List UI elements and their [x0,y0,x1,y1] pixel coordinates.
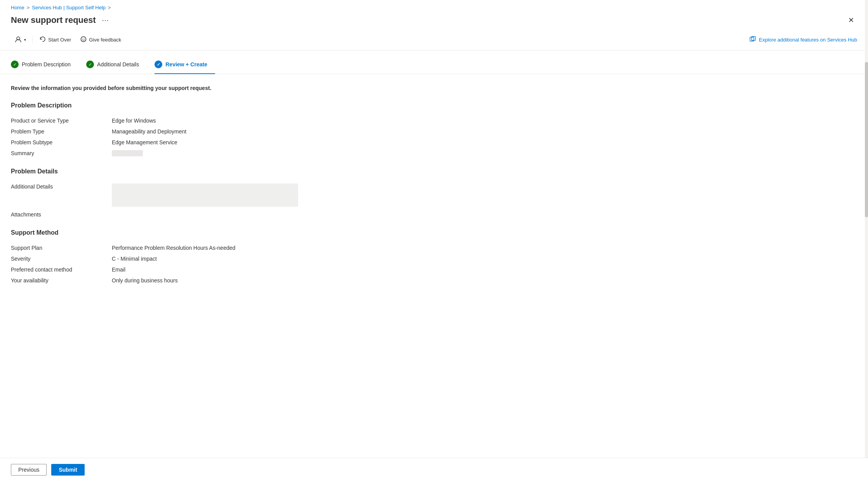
problem-type-value: Manageability and Deployment [112,126,416,137]
svg-point-2 [82,38,83,39]
additional-details-value [112,181,416,209]
steps-bar: ✓ Problem Description ✓ Additional Detai… [0,50,868,74]
summary-label: Summary [11,148,112,159]
problem-details-title: Problem Details [11,168,416,175]
problem-description-table: Product or Service Type Edge for Windows… [11,115,416,159]
problem-subtype-value: Edge Management Service [112,137,416,148]
give-feedback-label: Give feedback [89,37,121,43]
explore-link[interactable]: Explore additional features on Services … [750,36,857,43]
page-title-left: New support request ··· [11,15,111,26]
support-plan-label: Support Plan [11,242,112,253]
svg-point-1 [81,36,86,42]
table-row: Summary [11,148,416,159]
table-row: Product or Service Type Edge for Windows [11,115,416,126]
table-row: Problem Subtype Edge Management Service [11,137,416,148]
preferred-contact-label: Preferred contact method [11,264,112,275]
step3-label: Review + Create [165,61,207,67]
table-row: Support Plan Performance Problem Resolut… [11,242,416,253]
table-row: Problem Type Manageability and Deploymen… [11,126,416,137]
explore-icon [750,36,756,43]
support-method-table: Support Plan Performance Problem Resolut… [11,242,416,286]
table-row: Severity C - Minimal impact [11,253,416,264]
breadcrumb-chevron-1: > [27,5,30,10]
start-over-button[interactable]: Start Over [36,35,75,45]
main-content: Review the information you provided befo… [0,74,427,326]
problem-details-table: Additional Details Attachments [11,181,416,220]
severity-label: Severity [11,253,112,264]
step1-label: Problem Description [22,61,71,67]
close-button[interactable]: ✕ [845,14,857,26]
table-row: Additional Details [11,181,416,209]
problem-details-section: Problem Details Additional Details Attac… [11,168,416,220]
summary-value [112,148,416,159]
availability-value: Only during business hours [112,275,416,286]
support-method-section: Support Method Support Plan Performance … [11,229,416,286]
table-row: Attachments [11,209,416,220]
give-feedback-button[interactable]: Give feedback [76,35,125,45]
attachments-value [112,209,416,220]
additional-details-label: Additional Details [11,181,112,209]
review-header: Review the information you provided befo… [11,85,416,91]
step-review-create[interactable]: ✓ Review + Create [155,57,215,74]
ellipsis-button[interactable]: ··· [100,15,111,26]
scrollbar-track[interactable] [865,0,868,481]
scrollbar-thumb[interactable] [865,62,868,217]
page-title-bar: New support request ··· ✕ [0,13,868,31]
product-service-type-value: Edge for Windows [112,115,416,126]
severity-value: C - Minimal impact [112,253,416,264]
step2-check-icon: ✓ [86,61,94,68]
step1-check-icon: ✓ [11,61,19,68]
explore-label: Explore additional features on Services … [759,37,857,43]
user-dropdown[interactable]: ▾ [11,34,29,45]
bottom-bar: Previous Submit [0,458,868,481]
attachments-label: Attachments [11,209,112,220]
breadcrumb-chevron-2: > [108,5,111,10]
user-icon [14,35,23,44]
table-row: Your availability Only during business h… [11,275,416,286]
toolbar-divider [32,36,33,43]
toolbar-left: ▾ Start Over Give fe [11,34,125,45]
breadcrumb-home[interactable]: Home [11,5,24,10]
step2-label: Additional Details [97,61,139,67]
product-service-type-label: Product or Service Type [11,115,112,126]
step-problem-description[interactable]: ✓ Problem Description [11,57,78,74]
problem-subtype-label: Problem Subtype [11,137,112,148]
step3-check-icon: ✓ [155,61,162,68]
breadcrumb: Home > Services Hub | Support Self Help … [0,0,868,13]
step-additional-details[interactable]: ✓ Additional Details [86,57,147,74]
breadcrumb-services-hub[interactable]: Services Hub | Support Self Help [32,5,106,10]
page-title: New support request [11,15,96,25]
problem-description-title: Problem Description [11,102,416,109]
toolbar: ▾ Start Over Give fe [0,31,868,50]
start-over-icon [40,36,46,43]
previous-button[interactable]: Previous [11,464,47,476]
feedback-icon [80,36,87,43]
svg-point-3 [84,38,85,39]
availability-label: Your availability [11,275,112,286]
support-method-title: Support Method [11,229,416,236]
submit-button[interactable]: Submit [51,464,84,476]
additional-details-blurred [112,183,298,207]
summary-blurred [112,150,143,156]
problem-type-label: Problem Type [11,126,112,137]
start-over-label: Start Over [48,37,71,43]
table-row: Preferred contact method Email [11,264,416,275]
problem-description-section: Problem Description Product or Service T… [11,102,416,159]
preferred-contact-value: Email [112,264,416,275]
support-plan-value: Performance Problem Resolution Hours As-… [112,242,416,253]
user-chevron-icon: ▾ [24,38,26,42]
